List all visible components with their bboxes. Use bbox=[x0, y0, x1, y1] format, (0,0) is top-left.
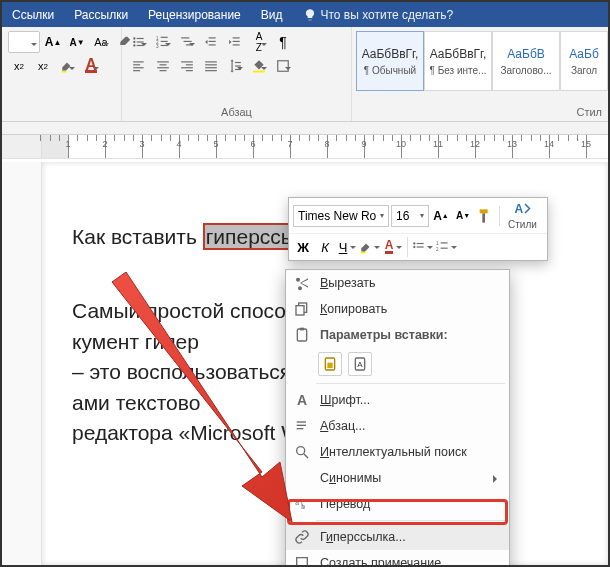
grow-font-button[interactable]: A▲ bbox=[42, 31, 64, 53]
ctx-copy[interactable]: Копировать bbox=[286, 296, 509, 322]
subribbon-row bbox=[2, 122, 608, 135]
tab-view[interactable]: Вид bbox=[251, 2, 293, 27]
svg-text:A: A bbox=[515, 202, 524, 216]
shrink-font-button[interactable]: A▼ bbox=[66, 31, 88, 53]
mini-numbering[interactable]: 12 bbox=[436, 237, 458, 257]
mini-font-color[interactable]: A bbox=[383, 237, 403, 257]
context-menu: Вырезать Копировать Параметры вставки: A… bbox=[285, 269, 510, 567]
justify-button[interactable] bbox=[200, 55, 222, 77]
link-icon bbox=[294, 529, 310, 545]
borders-button[interactable] bbox=[272, 55, 294, 77]
app-window: Ссылки Рассылки Рецензирование Вид Что в… bbox=[0, 0, 610, 567]
multilevel-list-button[interactable] bbox=[176, 31, 198, 53]
tab-mailings[interactable]: Рассылки bbox=[64, 2, 138, 27]
style-normal[interactable]: АаБбВвГг, ¶ Обычный bbox=[356, 31, 424, 91]
style-heading2[interactable]: АаБб Загол bbox=[560, 31, 608, 91]
svg-rect-44 bbox=[361, 252, 366, 254]
svg-point-63 bbox=[297, 447, 305, 455]
numbering-button[interactable]: 123 bbox=[152, 31, 174, 53]
mini-highlight[interactable] bbox=[359, 237, 381, 257]
font-size-combo[interactable] bbox=[8, 31, 40, 53]
svg-rect-27 bbox=[160, 64, 167, 65]
vertical-ruler[interactable] bbox=[2, 162, 42, 565]
horizontal-ruler[interactable]: 123456789101112131415 bbox=[2, 135, 608, 159]
ctx-new-comment[interactable]: Создать примечание bbox=[286, 550, 509, 567]
svg-rect-13 bbox=[181, 37, 189, 38]
align-right-button[interactable] bbox=[176, 55, 198, 77]
paste-text-only[interactable]: A bbox=[348, 352, 372, 376]
svg-rect-52 bbox=[441, 248, 448, 249]
text-run: ами текстово bbox=[72, 391, 200, 414]
mini-font-size[interactable]: 16▾ bbox=[391, 205, 429, 227]
svg-point-3 bbox=[133, 41, 135, 43]
svg-text:3: 3 bbox=[156, 44, 159, 49]
group-paragraph: 123 AZ ¶ bbox=[122, 27, 352, 121]
mini-underline[interactable]: Ч bbox=[337, 237, 357, 257]
ctx-translate[interactable]: аb Перевод bbox=[286, 491, 509, 517]
svg-rect-12 bbox=[161, 45, 168, 46]
search-icon bbox=[294, 444, 310, 460]
svg-point-45 bbox=[413, 242, 415, 244]
ctx-cut[interactable]: Вырезать bbox=[286, 270, 509, 296]
sort-button[interactable]: AZ bbox=[248, 31, 270, 53]
svg-text:а: а bbox=[295, 499, 299, 506]
style-heading1[interactable]: АаБбВ Заголово... bbox=[492, 31, 560, 91]
bullets-button[interactable] bbox=[128, 31, 150, 53]
highlighter-icon bbox=[60, 59, 74, 73]
bullet-list-icon bbox=[132, 35, 146, 49]
mini-grow-font[interactable]: A▲ bbox=[431, 206, 451, 226]
align-left-button[interactable] bbox=[128, 55, 150, 77]
ctx-paste-options: A bbox=[286, 348, 509, 380]
ctx-smart-lookup[interactable]: Интеллектуальный поиск bbox=[286, 439, 509, 465]
tab-review[interactable]: Рецензирование bbox=[138, 2, 251, 27]
mini-bullets[interactable] bbox=[412, 237, 434, 257]
mini-font-name[interactable]: Times New Ro▾ bbox=[293, 205, 389, 227]
shading-button[interactable] bbox=[248, 55, 270, 77]
svg-rect-10 bbox=[161, 41, 168, 42]
svg-rect-42 bbox=[278, 61, 289, 72]
decrease-indent-button[interactable] bbox=[200, 31, 222, 53]
group-font-label bbox=[2, 117, 121, 121]
ctx-font[interactable]: A Шрифт... bbox=[286, 387, 509, 413]
lightbulb-icon bbox=[303, 8, 317, 22]
ctx-synonyms[interactable]: Синонимы bbox=[286, 465, 509, 491]
text-highlight-button[interactable] bbox=[56, 55, 78, 77]
outdent-icon bbox=[204, 35, 218, 49]
show-marks-button[interactable]: ¶ bbox=[272, 31, 294, 53]
paste-keep-source[interactable] bbox=[318, 352, 342, 376]
align-center-button[interactable] bbox=[152, 55, 174, 77]
ribbon-tabs: Ссылки Рассылки Рецензирование Вид Что в… bbox=[2, 2, 608, 27]
mini-italic[interactable]: К bbox=[315, 237, 335, 257]
increase-indent-button[interactable] bbox=[224, 31, 246, 53]
mini-shrink-font[interactable]: A▼ bbox=[453, 206, 473, 226]
mini-bold[interactable]: Ж bbox=[293, 237, 313, 257]
tab-references[interactable]: Ссылки bbox=[2, 2, 64, 27]
change-case-button[interactable]: Aa bbox=[90, 31, 112, 53]
line-spacing-button[interactable] bbox=[224, 55, 246, 77]
ctx-hyperlink[interactable]: Гиперссылка... bbox=[286, 524, 509, 550]
ctx-paragraph[interactable]: Абзац... bbox=[286, 413, 509, 439]
svg-rect-19 bbox=[233, 37, 240, 38]
style-no-spacing[interactable]: АаБбВвГг, ¶ Без инте... bbox=[424, 31, 492, 91]
svg-rect-60 bbox=[297, 421, 306, 422]
svg-rect-37 bbox=[205, 70, 217, 71]
svg-rect-39 bbox=[235, 65, 241, 66]
svg-rect-16 bbox=[209, 37, 216, 38]
mini-styles-button[interactable]: A Стили bbox=[504, 201, 541, 230]
svg-rect-38 bbox=[235, 62, 241, 63]
translate-icon: аb bbox=[294, 496, 310, 512]
tell-me-search[interactable]: Что вы хотите сделать? bbox=[293, 2, 464, 27]
svg-rect-33 bbox=[186, 70, 193, 71]
bullet-list-icon bbox=[412, 240, 426, 254]
align-center-icon bbox=[156, 59, 170, 73]
font-color-button[interactable]: A bbox=[80, 55, 102, 77]
svg-rect-0 bbox=[62, 71, 67, 73]
styles-gallery[interactable]: АаБбВвГг, ¶ Обычный АаБбВвГг, ¶ Без инте… bbox=[356, 31, 608, 97]
svg-text:2: 2 bbox=[436, 247, 439, 252]
mini-format-painter[interactable] bbox=[475, 206, 495, 226]
highlighter-icon bbox=[359, 240, 373, 254]
subscript-button[interactable]: x2 bbox=[8, 55, 30, 77]
number-list-icon: 12 bbox=[436, 240, 450, 254]
superscript-button[interactable]: x2 bbox=[32, 55, 54, 77]
svg-rect-6 bbox=[137, 45, 144, 46]
